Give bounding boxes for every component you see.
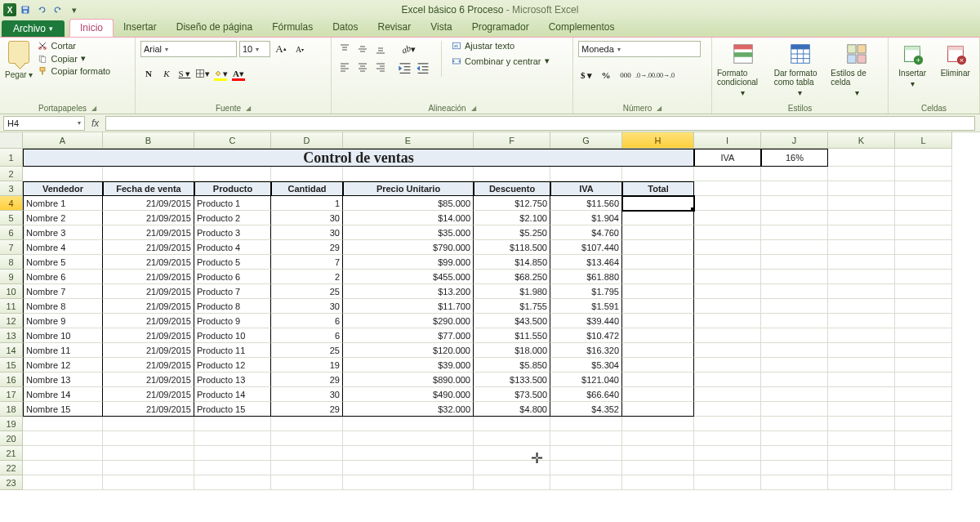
cell[interactable]: $890.000	[343, 373, 474, 387]
cell[interactable]	[761, 343, 828, 358]
font-size-combo[interactable]: 10▾	[239, 41, 270, 57]
cell[interactable]	[895, 240, 952, 255]
cell[interactable]	[622, 475, 694, 490]
cell[interactable]	[271, 431, 343, 446]
cell[interactable]	[343, 446, 474, 461]
cell[interactable]: $1.980	[474, 284, 550, 299]
cell[interactable]: 21/09/2015	[103, 225, 194, 240]
title-cell[interactable]: Control de ventas	[23, 149, 694, 167]
cell[interactable]: Producto 15	[194, 402, 271, 417]
cell[interactable]	[694, 167, 761, 181]
cell[interactable]	[550, 431, 622, 446]
cell[interactable]: $5.850	[474, 358, 550, 373]
cell[interactable]: Nombre 9	[23, 314, 103, 328]
clipboard-launcher[interactable]: ◢	[91, 105, 96, 112]
shrink-font-button[interactable]: A▾	[292, 41, 308, 57]
cell[interactable]	[550, 167, 622, 181]
cell[interactable]: 29	[271, 373, 343, 387]
cell[interactable]: Nombre 11	[23, 343, 103, 358]
copy-button[interactable]: Copiar ▾	[38, 53, 110, 64]
cell[interactable]	[895, 299, 952, 314]
tab-programador[interactable]: Programador	[462, 19, 539, 37]
row-header-12[interactable]: 12	[0, 314, 23, 328]
cell[interactable]	[622, 240, 694, 255]
cell[interactable]: $18.000	[474, 343, 550, 358]
cell[interactable]: $85.000	[343, 196, 474, 211]
cell[interactable]: $16.320	[550, 343, 622, 358]
col-header-H[interactable]: H	[622, 132, 694, 149]
cell[interactable]: 21/09/2015	[103, 387, 194, 402]
cell[interactable]: $99.000	[343, 255, 474, 270]
cell[interactable]: 21/09/2015	[103, 196, 194, 211]
cell[interactable]: $61.880	[550, 270, 622, 284]
cell[interactable]	[828, 181, 895, 196]
undo-button[interactable]	[34, 2, 49, 17]
cell[interactable]	[895, 328, 952, 343]
row-header-6[interactable]: 6	[0, 225, 23, 240]
cell[interactable]	[828, 446, 895, 461]
alignment-launcher[interactable]: ◢	[471, 105, 476, 112]
decrease-decimal-button[interactable]: .00→.0	[657, 67, 673, 83]
cell[interactable]	[761, 461, 828, 475]
cell[interactable]	[761, 240, 828, 255]
cell[interactable]: 29	[271, 402, 343, 417]
font-color-button[interactable]: A▾	[230, 65, 247, 82]
row-header-10[interactable]: 10	[0, 284, 23, 299]
cell[interactable]	[828, 373, 895, 387]
cell[interactable]	[761, 358, 828, 373]
row-header-19[interactable]: 19	[0, 417, 23, 431]
cell[interactable]: $290.000	[343, 314, 474, 328]
cell[interactable]: 25	[271, 343, 343, 358]
cell[interactable]: 30	[271, 299, 343, 314]
cell[interactable]	[694, 461, 761, 475]
cell[interactable]	[474, 475, 550, 490]
cell[interactable]: $1.755	[474, 299, 550, 314]
cell[interactable]	[194, 417, 271, 431]
cell[interactable]: $4.800	[474, 402, 550, 417]
cell[interactable]	[761, 387, 828, 402]
cell[interactable]	[550, 475, 622, 490]
cell[interactable]	[761, 446, 828, 461]
align-right-button[interactable]	[372, 59, 389, 75]
cell[interactable]	[828, 240, 895, 255]
font-name-combo[interactable]: Arial▾	[140, 41, 237, 57]
cell[interactable]	[23, 417, 103, 431]
decrease-indent-button[interactable]	[397, 60, 413, 76]
cell[interactable]: Producto 6	[194, 270, 271, 284]
cell[interactable]	[761, 167, 828, 181]
cell[interactable]	[828, 314, 895, 328]
cell[interactable]: 29	[271, 240, 343, 255]
row-header-7[interactable]: 7	[0, 240, 23, 255]
cell[interactable]	[622, 373, 694, 387]
cell[interactable]: 19	[271, 358, 343, 373]
cell[interactable]: 6	[271, 328, 343, 343]
cell[interactable]: Nombre 8	[23, 299, 103, 314]
cell[interactable]: Producto 5	[194, 255, 271, 270]
cell[interactable]: $73.500	[474, 387, 550, 402]
cell[interactable]: $2.100	[474, 211, 550, 225]
row-header-8[interactable]: 8	[0, 255, 23, 270]
cell[interactable]	[271, 446, 343, 461]
cell[interactable]: Producto 4	[194, 240, 271, 255]
cell[interactable]: $1.591	[550, 299, 622, 314]
cell[interactable]	[194, 167, 271, 181]
cell[interactable]	[622, 314, 694, 328]
cell[interactable]: $43.500	[474, 314, 550, 328]
cell[interactable]	[828, 196, 895, 211]
cell[interactable]	[622, 417, 694, 431]
cell[interactable]	[622, 328, 694, 343]
cell[interactable]: Nombre 12	[23, 358, 103, 373]
cell[interactable]	[694, 240, 761, 255]
cell[interactable]	[194, 431, 271, 446]
cell[interactable]	[895, 373, 952, 387]
cell[interactable]	[622, 299, 694, 314]
fx-icon[interactable]: fx	[91, 118, 99, 129]
cell[interactable]	[761, 196, 828, 211]
row-header-14[interactable]: 14	[0, 343, 23, 358]
cell[interactable]: Producto	[194, 181, 271, 196]
cell[interactable]	[694, 358, 761, 373]
cell[interactable]	[895, 211, 952, 225]
cell[interactable]: 21/09/2015	[103, 358, 194, 373]
cell[interactable]: 21/09/2015	[103, 299, 194, 314]
cell[interactable]	[103, 475, 194, 490]
